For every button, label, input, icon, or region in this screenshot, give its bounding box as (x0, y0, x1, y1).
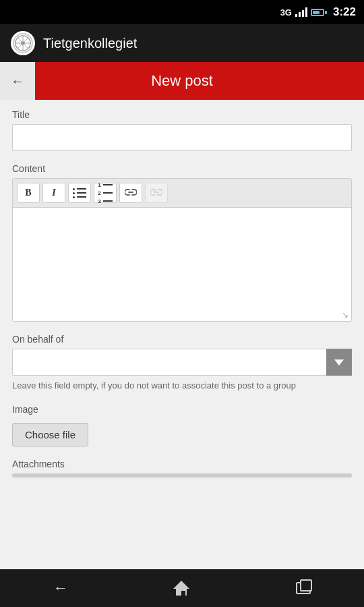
nav-back-icon: ← (53, 579, 68, 597)
title-label: Title (12, 109, 352, 120)
bold-icon: B (25, 187, 31, 198)
attachments-field-group: Attachments (12, 459, 352, 478)
on-behalf-select-wrapper (12, 349, 352, 376)
bold-button[interactable]: B (17, 183, 40, 203)
ordered-list-button[interactable]: 1 2 3 (94, 183, 117, 203)
ordered-list-icon: 1 2 3 (96, 181, 113, 206)
italic-icon: I (52, 187, 55, 198)
on-behalf-select[interactable] (12, 349, 352, 376)
link-button[interactable] (119, 183, 142, 203)
unordered-list-icon (71, 187, 88, 200)
image-label: Image (12, 404, 352, 415)
signal-icon (295, 7, 307, 17)
nav-back-button[interactable]: ← (37, 569, 84, 607)
unlink-icon (150, 187, 162, 198)
on-behalf-field-group: On behalf of Leave this field empty, if … (12, 334, 352, 392)
editor-resize-handle: ↘ (13, 309, 351, 321)
on-behalf-helper-text: Leave this field empty, if you do not wa… (12, 380, 352, 392)
image-field-group: Image Choose file (12, 404, 352, 446)
attachments-label: Attachments (12, 459, 352, 469)
status-time: 3:22 (333, 5, 356, 19)
app-logo (11, 31, 35, 55)
status-bar: 3G 3:22 (0, 0, 364, 24)
app-title: Tietgenkollegiet (43, 36, 137, 51)
page-title: New post (35, 72, 364, 90)
link-icon (125, 187, 137, 198)
back-arrow-icon: ← (11, 74, 24, 89)
page-header: ← New post (0, 62, 364, 100)
content-text-area[interactable] (13, 208, 351, 309)
unlink-button[interactable] (145, 183, 168, 203)
network-indicator: 3G (280, 7, 292, 18)
italic-button[interactable]: I (42, 183, 65, 203)
editor-toolbar: B I 1 2 (13, 179, 351, 208)
resize-icon: ↘ (342, 310, 348, 320)
content-editor: B I 1 2 (12, 178, 352, 322)
title-field-group: Title (12, 109, 352, 151)
content-area: Title Content B I (0, 100, 364, 569)
nav-home-button[interactable] (158, 569, 206, 607)
title-input[interactable] (12, 124, 352, 151)
nav-recents-icon (296, 582, 311, 594)
content-field-group: Content B I (12, 163, 352, 322)
back-button[interactable]: ← (0, 62, 35, 100)
attachments-bar (12, 473, 352, 478)
choose-file-button[interactable]: Choose file (12, 423, 88, 446)
bottom-nav: ← (0, 569, 364, 607)
nav-recents-button[interactable] (280, 569, 327, 607)
nav-home-icon (174, 581, 190, 596)
on-behalf-label: On behalf of (12, 334, 352, 345)
battery-icon (311, 9, 327, 16)
unordered-list-button[interactable] (68, 183, 91, 203)
app-header: Tietgenkollegiet (0, 24, 364, 62)
content-label: Content (12, 163, 352, 174)
